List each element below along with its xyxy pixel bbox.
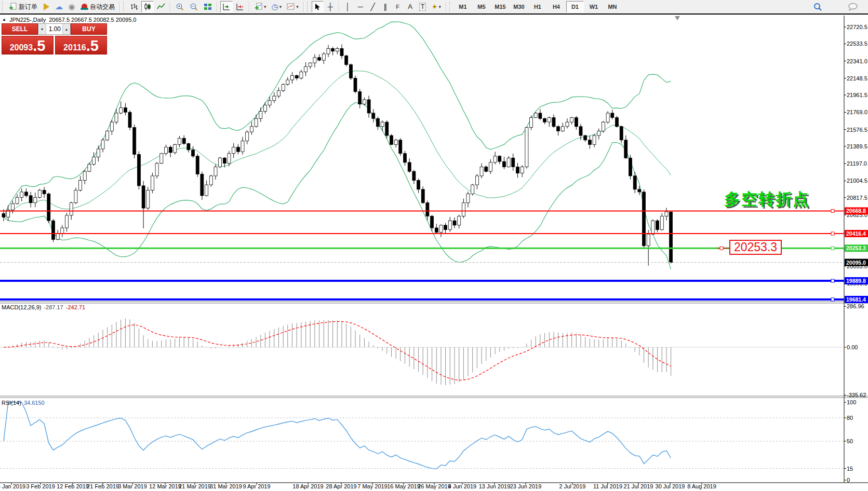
svg-text:-335.62: -335.62 [847,392,866,398]
template-icon [287,3,295,11]
trendline-button[interactable]: ╱ [367,1,379,12]
dropdown-arrow-icon: ▾ [438,4,441,9]
candlestick-icon [143,3,152,11]
cursor-button[interactable] [312,1,324,12]
text-button[interactable]: A [405,1,416,12]
fibonacci-icon: F [396,3,399,10]
chat-button[interactable] [846,1,860,12]
crosshair-button[interactable]: ┼ [325,1,336,12]
timeframe-group: M1M5M15M30H1H4D1W1MN [453,1,622,12]
svg-text:20668.8: 20668.8 [846,208,866,214]
vertical-line-button[interactable]: │ [342,1,354,12]
macd-signal-value: -242.71 [66,304,85,310]
svg-text:8 Aug 2019: 8 Aug 2019 [687,483,716,489]
community-button[interactable]: ☁ [53,1,65,12]
panel-separators[interactable] [0,302,868,483]
svg-text:21 Mar 2019: 21 Mar 2019 [179,483,211,489]
timeframe-button-h4[interactable]: H4 [547,1,565,12]
crosshair-icon: ┼ [328,3,333,10]
periods-button[interactable]: ◷▾ [270,1,284,12]
timeframe-button-m15[interactable]: M15 [491,1,509,12]
svg-text:22148.5: 22148.5 [847,75,867,81]
new-order-icon [9,3,17,11]
tile-windows-icon [204,3,212,11]
svg-text:22720.5: 22720.5 [847,24,867,30]
channel-button[interactable]: ∥ [380,1,391,12]
chart-shift-marker[interactable] [675,16,680,20]
mql5-wizard-button[interactable] [41,1,52,12]
svg-text:21961.5: 21961.5 [847,92,867,98]
buy-price-box[interactable]: 20116 .5 [55,36,107,54]
new-order-button[interactable]: 新订单 [7,1,39,12]
vertical-line-icon: │ [345,3,350,10]
svg-text:2 Jul 2019: 2 Jul 2019 [559,483,586,489]
horizontal-line-icon: ─ [358,3,363,10]
zoom-in-button[interactable] [173,1,186,12]
toolbar-grip [2,2,5,12]
svg-text:3 Feb 2019: 3 Feb 2019 [26,483,55,489]
timeframe-button-mn[interactable]: MN [604,1,621,12]
auto-scroll-icon [222,3,231,11]
bar-chart-button[interactable] [128,1,140,12]
line-chart-button[interactable] [155,1,167,12]
svg-text:19889.8: 19889.8 [846,278,866,284]
price-note-annotation[interactable]: 20253.3 [729,240,782,255]
svg-text:100: 100 [847,399,856,405]
svg-text:20253.3: 20253.3 [846,245,866,251]
svg-text:23 Jun 2019: 23 Jun 2019 [510,483,542,489]
svg-text:19681.4: 19681.4 [846,296,866,303]
cursor-icon [314,3,322,11]
timeframe-button-m1[interactable]: M1 [454,1,472,12]
candlestick-chart-button[interactable] [141,1,154,12]
svg-text:28 Apr 2019: 28 Apr 2019 [326,483,356,489]
svg-text:26 May 2019: 26 May 2019 [418,483,451,489]
turning-point-annotation[interactable]: 多空转折点 [724,188,810,210]
tile-windows-button[interactable] [202,1,214,12]
indicators-button[interactable]: ▾ [252,1,269,12]
dropdown-arrow-icon: ▾ [264,4,266,9]
volume-input[interactable]: 1.00 [46,24,62,34]
svg-text:21 Feb 2019: 21 Feb 2019 [87,483,119,489]
zoom-out-button[interactable] [188,1,201,12]
text-label-icon: T [419,3,426,11]
horizontal-line-button[interactable]: ─ [355,1,366,12]
svg-text:18 Apr 2019: 18 Apr 2019 [292,483,323,489]
svg-text:0: 0 [847,477,850,483]
auto-scroll-button[interactable] [220,1,233,12]
fibonacci-button[interactable]: F [392,1,404,12]
svg-text:0.00: 0.00 [847,344,858,350]
toolbar-separator [119,2,121,12]
search-button[interactable] [811,1,824,12]
buy-button[interactable]: BUY [71,23,107,35]
ohlc-readout: 20657.5 20667.5 20082.5 20095.0 [49,17,136,23]
news-button[interactable]: ◉ [66,1,77,12]
chart-shift-button[interactable] [234,1,246,12]
macd-name: MACD(12,26,9) [2,304,41,310]
dropdown-arrow-icon: ▾ [296,4,299,9]
svg-text:80: 80 [847,415,853,421]
chat-icon [848,3,858,11]
horizontal-lines[interactable] [0,209,844,301]
sell-price-box[interactable]: 20093 .5 [2,36,54,54]
timeframe-button-m30[interactable]: M30 [510,1,528,12]
date-axis[interactable]: 4 Jan 20193 Feb 201912 Feb 201921 Feb 20… [0,483,716,489]
rsi-axis: 1008050150 [844,399,856,483]
svg-text:9 Apr 2019: 9 Apr 2019 [243,483,270,489]
timeframe-button-h1[interactable]: H1 [529,1,546,12]
templates-button[interactable]: ▾ [285,1,301,12]
text-label-button[interactable]: T [417,1,429,12]
gold-arrow-icon [44,3,49,10]
autotrading-button[interactable]: 自动交易 [78,1,117,12]
timeframe-button-m5[interactable]: M5 [473,1,490,12]
timeframe-button-d1[interactable]: D1 [566,1,584,12]
volume-increase-button[interactable]: ▲ [62,24,70,34]
timeframe-button-w1[interactable]: W1 [585,1,603,12]
buy-price: 20116 [63,43,86,53]
arrows-button[interactable]: ✦▾ [430,1,443,12]
autotrading-label: 自动交易 [90,3,115,11]
sell-button[interactable]: SELL [2,23,38,35]
toolbar-grip [307,2,310,12]
chart-window[interactable]: 22720.522533.522341.022148.521961.521769… [0,15,868,491]
volume-decrease-button[interactable]: ▼ [38,24,46,34]
cloud-icon: ☁ [55,3,63,10]
